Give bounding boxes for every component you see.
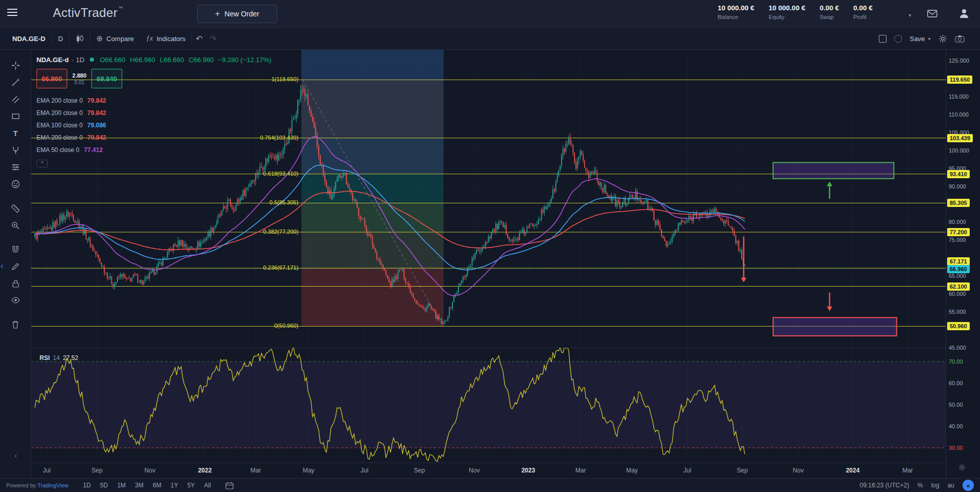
range-all[interactable]: All [200, 481, 215, 490]
new-order-button[interactable]: + New Order [197, 5, 277, 23]
layout-grid-icon[interactable] [879, 35, 887, 43]
indicator-row[interactable]: EMA 100 close 0 79.086 [36, 119, 272, 131]
text-icon: T [13, 129, 17, 138]
axis-settings-gear-icon[interactable] [958, 464, 966, 471]
pencil-icon [11, 262, 20, 271]
emoji-tool[interactable] [5, 176, 26, 193]
cloud-save-icon[interactable] [894, 35, 902, 43]
buy-price-button[interactable]: 69.840 [91, 69, 122, 88]
price-axis-label: 125.000 [949, 56, 969, 65]
magnet-icon [11, 245, 20, 254]
balance-group: 10 000.00 € Balance [718, 4, 754, 20]
symbol-search-button[interactable]: NDA.GE-D [6, 31, 51, 46]
goto-date-icon[interactable] [225, 482, 234, 489]
compare-button[interactable]: ⊕ Compare [90, 31, 140, 46]
log-scale-button[interactable]: log [931, 482, 939, 489]
range-3m[interactable]: 3M [131, 481, 148, 490]
crosshair-tool[interactable] [5, 57, 26, 74]
time-axis-label: Mar [902, 467, 913, 474]
sell-price-button[interactable]: 66.960 [36, 69, 67, 88]
price-axis[interactable]: 125.000115.000110.000105.000100.00095.00… [946, 50, 980, 478]
rsi-legend[interactable]: RSI 14 27.52 [40, 354, 78, 362]
chart-toolbar: NDA.GE-D D ⊕ Compare ƒx Indicators ↶ ↷ S… [0, 28, 980, 50]
remove-drawings-tool[interactable] [5, 316, 26, 333]
session-clock[interactable]: 09:16:23 (UTC+2) [860, 482, 909, 489]
mail-icon[interactable] [927, 10, 937, 17]
price-levels-tool[interactable] [5, 159, 26, 176]
swap-value: 0.00 € [820, 4, 839, 12]
panel-collapse-chevron-icon[interactable]: ‹ [1, 261, 4, 271]
hide-drawings-tool[interactable] [5, 292, 26, 309]
price-axis-label: 115.000 [949, 92, 969, 101]
rsi-value: 27.52 [63, 354, 78, 362]
drawing-tools-sidebar: T ‹ [0, 50, 31, 478]
tradingview-link[interactable]: TradingView [37, 482, 69, 488]
legend-ohlc: O66.660 H66.960 L66.660 C66.960 [100, 56, 214, 64]
open-value: O66.660 [100, 56, 125, 64]
plus-icon: + [215, 9, 220, 18]
auto-scale-button[interactable]: au [948, 482, 954, 489]
lock-drawings-tool[interactable] [5, 275, 26, 292]
range-1y[interactable]: 1Y [166, 481, 182, 490]
time-axis-label: Nov [793, 467, 803, 474]
price-axis-label: 60.00 [949, 379, 963, 387]
range-5y[interactable]: 5Y [183, 481, 199, 490]
account-dropdown-caret-icon[interactable]: ▾ [909, 12, 911, 18]
price-axis-label: 30.00 [949, 444, 963, 452]
text-tool[interactable]: T [5, 125, 26, 142]
range-1d[interactable]: 1D [79, 481, 95, 490]
save-caret-icon[interactable]: ▾ [928, 36, 931, 42]
price-axis-label: 67.171 [947, 257, 970, 266]
price-axis-label: 103.439 [947, 134, 973, 142]
legend-symbol[interactable]: NDA.GE-d [36, 56, 69, 64]
swap-group: 0.00 € Swap [820, 4, 839, 20]
fib-ratio-label: 0.236(67.171) [263, 264, 299, 271]
price-axis-label: 62.100 [947, 282, 970, 291]
spread-value: 2.880 [72, 72, 87, 79]
indicators-button[interactable]: ƒx Indicators [140, 31, 192, 46]
panel-expand-icon[interactable]: « [963, 480, 974, 491]
save-button[interactable]: Save [910, 35, 925, 43]
indicator-row[interactable]: EMA 50 close 0 77.412 [36, 144, 272, 156]
draw-tool[interactable] [5, 258, 26, 275]
undo-icon[interactable]: ↶ [192, 34, 206, 44]
range-1m[interactable]: 1M [113, 481, 130, 490]
redo-icon[interactable]: ↷ [206, 34, 220, 44]
legend-collapse-button[interactable]: ^ [36, 160, 48, 167]
percent-scale-button[interactable]: % [917, 482, 923, 489]
range-5d[interactable]: 5D [96, 481, 112, 490]
measure-tool[interactable] [5, 200, 26, 217]
close-value: C66.960 [188, 56, 214, 64]
timeframe-button[interactable]: D [52, 31, 69, 46]
bottom-bar: Powered by TradingView 1D 5D 1M 3M 6M 1Y… [0, 478, 980, 492]
chart-legend: NDA.GE-d · 1D O66.660 H66.960 L66.660 C6… [36, 55, 272, 167]
price-axis-label: 55.000 [949, 308, 966, 316]
trend-line-tool[interactable] [5, 74, 26, 91]
menu-icon[interactable] [7, 9, 18, 19]
time-axis-label: Mar [575, 467, 586, 474]
chart-style-button[interactable] [70, 31, 90, 46]
time-axis-label: Jul [360, 467, 368, 474]
sidebar-collapse-chevron-icon[interactable]: ‹ [0, 451, 31, 460]
range-6m[interactable]: 6M [149, 481, 166, 490]
time-axis-label: Mar [251, 467, 261, 474]
zoom-tool[interactable] [5, 217, 26, 234]
price-axis-label: 60.000 [949, 290, 966, 298]
profit-value: 0.00 € [853, 4, 873, 12]
user-avatar-icon[interactable] [958, 7, 970, 20]
price-axis-label: 50.960 [947, 322, 970, 330]
settings-gear-icon[interactable] [938, 34, 947, 43]
indicator-row[interactable]: EMA 200 close 0 79.842 [36, 107, 272, 119]
parallel-channel-tool[interactable] [5, 91, 26, 108]
indicator-row[interactable]: EMA 200 close 0 79.842 [36, 131, 272, 144]
trend-line-icon [11, 78, 20, 87]
indicator-row[interactable]: EMA 200 close 0 79.842 [36, 94, 272, 107]
rectangle-tool[interactable] [5, 108, 26, 125]
pitchfork-tool[interactable] [5, 142, 26, 159]
camera-snapshot-icon[interactable] [955, 35, 965, 43]
account-summary: 10 000.00 € Balance 10 000.00 € Equity 0… [718, 4, 873, 20]
price-axis-label: 75.000 [949, 236, 966, 244]
magnet-tool[interactable] [5, 241, 26, 258]
fib-ratio-label: 1(119.650) [272, 76, 298, 82]
market-status-dot [90, 58, 94, 62]
